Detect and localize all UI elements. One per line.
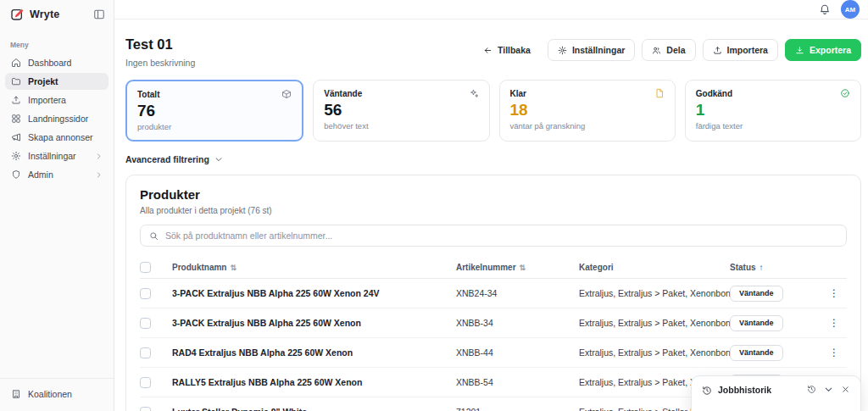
- page-header: Test 01 Ingen beskrivning Tillbaka Instä…: [125, 31, 861, 80]
- user-avatar[interactable]: AM: [841, 0, 860, 19]
- sidebar-item-koalitionen[interactable]: Koalitionen: [5, 386, 108, 403]
- sidebar-item-label: Skapa annonser: [28, 132, 92, 142]
- product-search-input[interactable]: [165, 230, 837, 241]
- gear-icon: [558, 46, 567, 55]
- check-circle-icon: [840, 88, 850, 98]
- history-refresh-icon[interactable]: [807, 385, 816, 394]
- table-row[interactable]: RAD4 Extraljus NBB Alpha 225 60W Xenon X…: [140, 338, 847, 368]
- row-menu-icon[interactable]: ⋮: [821, 347, 847, 358]
- stat-card-klar[interactable]: Klar 18 väntar på granskning: [499, 80, 676, 142]
- sidebar-item-dashboard[interactable]: Dashboard: [5, 54, 108, 71]
- sidebar: Wryte Meny Dashboard Projekt Importera L…: [0, 0, 114, 411]
- main-area: AM Test 01 Ingen beskrivning Tillbaka In…: [114, 0, 868, 411]
- sidebar-item-installningar[interactable]: Inställningar: [5, 147, 108, 164]
- advanced-filter-toggle[interactable]: Avancerad filtrering: [125, 154, 223, 164]
- job-history-popup: Jobbhistorik: [691, 375, 861, 411]
- sidebar-item-skapa-annonser[interactable]: Skapa annonser: [5, 129, 108, 146]
- select-all-checkbox[interactable]: [140, 262, 151, 273]
- home-icon: [11, 58, 21, 68]
- upload-icon: [713, 46, 722, 55]
- share-button[interactable]: Dela: [642, 39, 695, 61]
- workspace-name: Koalitionen: [28, 389, 72, 399]
- column-header-artikelnummer[interactable]: Artikelnummer⇅: [456, 263, 579, 272]
- column-header-produktnamn[interactable]: Produktnamn⇅: [172, 263, 456, 272]
- column-header-status[interactable]: Status↑: [730, 263, 821, 272]
- sidebar-item-label: Inställningar: [28, 151, 76, 161]
- stat-value: 56: [324, 101, 478, 119]
- row-checkbox[interactable]: [140, 377, 151, 388]
- sidebar-item-label: Admin: [28, 169, 53, 180]
- job-history-title: Jobbhistorik: [718, 385, 801, 395]
- stat-card-totalt[interactable]: Totalt 76 produkter: [125, 80, 303, 142]
- table-row[interactable]: 3-PACK Extraljus NBB Alpha 225 60W Xenon…: [140, 279, 847, 308]
- row-menu-icon[interactable]: ⋮: [821, 287, 847, 299]
- status-badge: Väntande: [730, 286, 783, 302]
- sidebar-item-label: Projekt: [28, 76, 58, 86]
- megaphone-icon: [11, 132, 21, 142]
- row-checkbox[interactable]: [140, 347, 151, 358]
- sidebar-item-projekt[interactable]: Projekt: [5, 73, 108, 90]
- history-icon: [702, 386, 712, 396]
- search-icon: [149, 231, 159, 241]
- chevron-right-icon: [95, 171, 103, 179]
- stat-card-godkand[interactable]: Godkänd 1 färdiga texter: [685, 80, 861, 142]
- chevron-down-icon[interactable]: [824, 385, 833, 394]
- product-search: [140, 225, 847, 247]
- stats-row: Totalt 76 produkter Väntande 56 behöver …: [125, 80, 861, 142]
- grid-icon: [11, 114, 21, 124]
- import-button[interactable]: Importera: [703, 39, 778, 61]
- topbar: AM: [114, 0, 868, 19]
- chevron-right-icon: [95, 153, 103, 160]
- back-button[interactable]: Tillbaka: [473, 39, 541, 61]
- products-title: Produkter: [140, 187, 847, 202]
- notifications-bell-icon[interactable]: [819, 3, 831, 15]
- users-icon: [652, 46, 661, 55]
- shield-icon: [11, 169, 21, 180]
- sidebar-collapse-icon[interactable]: [93, 8, 105, 20]
- stat-value: 1: [696, 101, 850, 119]
- row-menu-icon[interactable]: ⋮: [821, 317, 847, 329]
- download-icon: [795, 46, 804, 55]
- sidebar-item-label: Importera: [28, 95, 66, 105]
- header-actions: Tillbaka Inställningar Dela Importera: [473, 36, 861, 61]
- sidebar-item-admin[interactable]: Admin: [5, 166, 108, 183]
- page-subtitle: Ingen beskrivning: [125, 58, 195, 68]
- stat-value: 18: [510, 101, 665, 119]
- sidebar-nav: Dashboard Projekt Importera Landningssid…: [0, 54, 114, 185]
- wryte-logo-icon: [10, 8, 24, 21]
- file-icon: [654, 88, 665, 98]
- export-button[interactable]: Exportera: [785, 39, 861, 61]
- building-icon: [11, 389, 21, 399]
- sidebar-item-importera[interactable]: Importera: [5, 92, 108, 108]
- close-icon[interactable]: [841, 385, 850, 394]
- brand-row: Wryte: [0, 0, 114, 29]
- page-title: Test 01: [125, 36, 195, 53]
- table-row[interactable]: 3-PACK Extraljus NBB Alpha 225 60W Xenon…: [140, 308, 847, 338]
- status-badge: Väntande: [730, 345, 783, 361]
- column-header-kategori[interactable]: Kategori: [579, 263, 730, 272]
- row-checkbox[interactable]: [140, 407, 151, 411]
- products-subtitle: Alla produkter i detta projekt (76 st): [140, 206, 847, 215]
- status-badge: Väntande: [730, 315, 783, 331]
- settings-button[interactable]: Inställningar: [548, 39, 635, 61]
- sort-icon: ⇅: [230, 264, 236, 272]
- page-content: Test 01 Ingen beskrivning Tillbaka Instä…: [114, 19, 868, 411]
- sidebar-item-landningssidor[interactable]: Landningssidor: [5, 110, 108, 127]
- stat-card-vantande[interactable]: Väntande 56 behöver text: [313, 80, 489, 142]
- folder-icon: [11, 76, 21, 86]
- stat-value: 76: [137, 102, 292, 120]
- package-icon: [281, 89, 292, 99]
- job-history-actions: [807, 385, 850, 394]
- menu-section-label: Meny: [0, 29, 114, 54]
- sort-asc-icon: ↑: [760, 263, 764, 272]
- upload-icon: [11, 95, 21, 105]
- gear-icon: [11, 151, 21, 161]
- sparkles-icon: [469, 88, 479, 98]
- row-checkbox[interactable]: [140, 318, 151, 329]
- app-root: Wryte Meny Dashboard Projekt Importera L…: [0, 0, 868, 411]
- chevron-down-icon: [214, 155, 223, 164]
- table-header-row: Produktnamn⇅ Artikelnummer⇅ Kategori Sta…: [140, 258, 847, 279]
- arrow-left-icon: [483, 46, 492, 55]
- brand-name: Wryte: [30, 8, 87, 20]
- row-checkbox[interactable]: [140, 288, 151, 299]
